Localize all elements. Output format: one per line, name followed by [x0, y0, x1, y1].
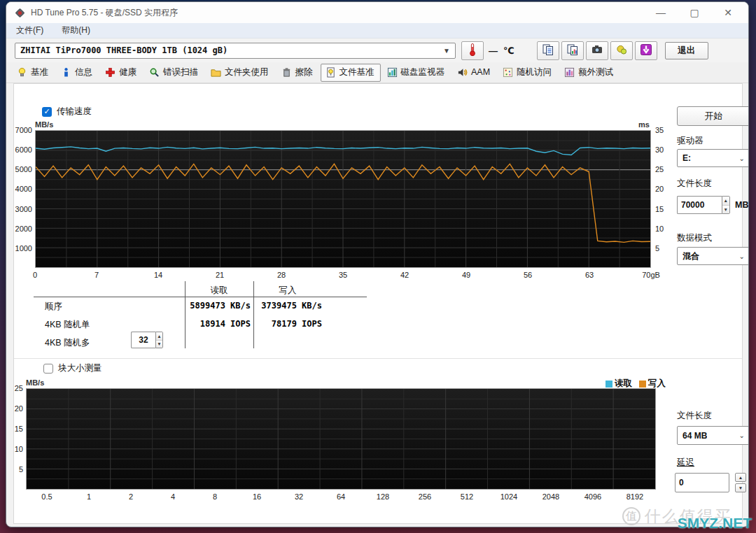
screenshot-button[interactable] — [586, 41, 608, 60]
download-button[interactable] — [635, 41, 657, 60]
color-settings-button[interactable] — [610, 41, 633, 60]
row-4k-random-single-label: 4KB 随机单 — [45, 319, 90, 331]
y-tick: 2000 — [14, 225, 32, 233]
copy-report-button[interactable] — [537, 41, 559, 60]
x-tick: 14 — [143, 271, 174, 279]
file-length-stepper[interactable]: ▲▼ — [677, 196, 730, 214]
tab-label: 擦除 — [295, 66, 313, 78]
drive-letter-select[interactable]: E: ⌄ — [677, 149, 749, 167]
file-length-label: 文件长度 — [677, 178, 712, 190]
health-icon — [105, 67, 115, 78]
minimize-button[interactable]: — — [654, 7, 667, 18]
stepper-up-icon[interactable]: ▲ — [156, 332, 162, 341]
chevron-down-icon: ⌄ — [739, 253, 745, 260]
x-tick: 42 — [389, 271, 420, 279]
copy-report-icon — [542, 43, 554, 58]
maximize-button[interactable]: ▢ — [688, 7, 701, 18]
tab-9[interactable]: 随机访问 — [498, 64, 558, 82]
tab-3[interactable]: 错误扫描 — [144, 64, 204, 82]
drive-label: 驱动器 — [677, 135, 704, 147]
download-icon — [640, 43, 652, 58]
x-tick: 2 — [115, 492, 146, 501]
file-length2-select[interactable]: 64 MB ⌄ — [677, 426, 749, 445]
random-access-icon — [503, 67, 513, 78]
copy-chart-button[interactable] — [561, 41, 584, 60]
delay-input[interactable] — [675, 473, 729, 492]
temperature-unit: ℃ — [503, 45, 514, 56]
delay-up-button[interactable]: ▲ — [735, 473, 746, 482]
x-tick: 0 — [20, 271, 50, 279]
x-tick: 64 — [326, 492, 356, 501]
menu-help[interactable]: 帮助(H) — [62, 24, 90, 36]
tab-10[interactable]: 额外测试 — [559, 64, 620, 82]
y-tick: 5 — [6, 465, 23, 474]
toolbar: ZHITAI TiPro7000 THREE-BODY 1TB (1024 gB… — [6, 38, 748, 62]
tab-label: 随机访问 — [517, 66, 552, 78]
file-length-input[interactable] — [677, 196, 722, 214]
aam-icon — [457, 67, 468, 78]
x-tick: 256 — [410, 492, 440, 501]
app-icon — [15, 8, 25, 18]
copy-chart-icon — [566, 43, 579, 58]
drive-select[interactable]: ZHITAI TiPro7000 THREE-BODY 1TB (1024 gB… — [15, 43, 456, 59]
delay-down-button[interactable]: ▼ — [735, 483, 746, 492]
tab-8[interactable]: AAM — [452, 64, 496, 81]
y-tick: 25 — [6, 384, 23, 392]
tab-label: 磁盘监视器 — [401, 66, 445, 78]
drive-letter-value: E: — [682, 153, 691, 163]
tab-4[interactable]: 文件夹使用 — [206, 64, 275, 82]
transfer-speed-checkbox[interactable]: ✓ 传输速度 — [42, 106, 92, 118]
y-tick: 4000 — [14, 185, 32, 193]
y-axis-unit: MB/s — [26, 378, 44, 387]
y-tick: 20 — [6, 404, 23, 413]
x-tick: 63 — [574, 271, 605, 279]
close-button[interactable]: ✕ — [722, 7, 734, 18]
start-button[interactable]: 开始 — [677, 106, 749, 126]
extra-tests-icon — [564, 67, 575, 78]
table-divider-vertical-2 — [253, 281, 254, 348]
tab-label: 健康 — [119, 66, 136, 78]
block-size-checkbox[interactable]: 块大小测量 — [43, 362, 102, 374]
row-4k-random-single-read: 18914 IOPS — [183, 319, 251, 329]
x-tick: 49 — [451, 271, 482, 279]
chart-plot-area — [26, 388, 656, 490]
stepper-up-icon[interactable]: ▲ — [722, 197, 730, 206]
x-tick: 21 — [204, 271, 235, 279]
tab-5[interactable]: 擦除 — [276, 64, 319, 82]
y2-tick: 25 — [655, 165, 664, 173]
y-tick: 3000 — [14, 205, 32, 213]
data-mode-label: 数据模式 — [677, 232, 712, 244]
tab-6[interactable]: 文件基准 — [321, 64, 381, 82]
tab-0[interactable]: 基准 — [12, 64, 55, 82]
menu-file[interactable]: 文件(F) — [16, 24, 43, 36]
table-header-read: 读取 — [186, 285, 252, 297]
queue-depth-input[interactable] — [131, 332, 155, 348]
menu-bar: 文件(F) 帮助(H) — [6, 23, 748, 38]
row-4k-random-single-write: 78179 IOPS — [252, 319, 322, 329]
bulb-icon — [17, 67, 27, 78]
toolbar-icon-group — [537, 41, 659, 60]
y-axis-unit: MB/s — [35, 120, 53, 129]
tab-2[interactable]: 健康 — [100, 64, 143, 82]
app-window: HD Tune Pro 5.75 - 硬盘/SSD 实用程序 — ▢ ✕ 文件(… — [6, 1, 749, 527]
color-settings-icon — [615, 43, 628, 58]
row-sequential-read: 5899473 KB/s — [183, 301, 251, 311]
error-scan-icon — [149, 67, 160, 78]
exit-button[interactable]: 退出 — [665, 42, 708, 59]
stepper-down-icon[interactable]: ▼ — [156, 341, 162, 348]
tab-7[interactable]: 磁盘监视器 — [382, 64, 451, 82]
y2-tick: 20 — [655, 185, 664, 193]
x-tick: 4 — [158, 492, 188, 501]
delay-field[interactable] — [675, 473, 729, 492]
data-mode-select[interactable]: 混合 ⌄ — [677, 247, 749, 265]
tab-label: 基准 — [31, 66, 48, 78]
tab-1[interactable]: 信息 — [56, 64, 99, 82]
file-length2-label: 文件长度 — [677, 410, 712, 422]
queue-depth-stepper[interactable]: ▲▼ — [131, 332, 163, 348]
temperature-button[interactable] — [461, 41, 484, 60]
tab-bar: 基准信息健康错误扫描文件夹使用擦除文件基准磁盘监视器AAM随机访问额外测试 — [6, 62, 748, 83]
stepper-down-icon[interactable]: ▼ — [722, 206, 730, 214]
x-tick: 0.5 — [31, 492, 62, 501]
transfer-speed-chart: MB/sms7000600050004000300020001000353025… — [14, 120, 672, 285]
x-tick: 35 — [328, 271, 358, 279]
